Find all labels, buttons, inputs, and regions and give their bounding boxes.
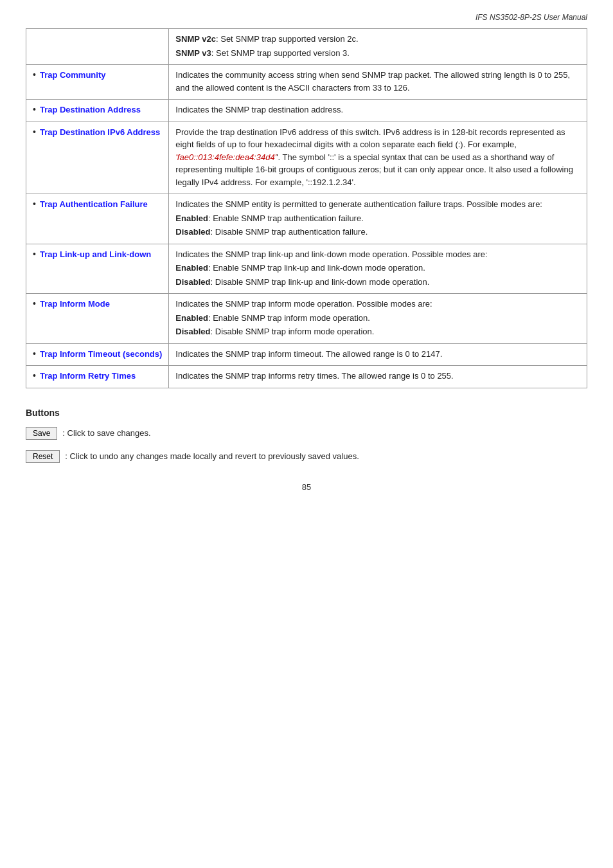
desc-cell: Indicates the SNMP trap inform mode oper…: [169, 294, 587, 344]
italic-example: 'fae0::013:4fefe:dea4:34d4': [175, 152, 276, 162]
term-label: Trap Authentication Failure: [40, 198, 148, 211]
desc-cell: Indicates the SNMP trap link-up and link…: [169, 244, 587, 294]
bold-term: Enabled: [175, 263, 208, 273]
header-title: IFS NS3502-8P-2S User Manual: [475, 13, 587, 22]
desc-line: SNMP v2c: Set SNMP trap supported versio…: [175, 33, 580, 46]
desc-cell: Indicates the community access string wh…: [169, 65, 587, 100]
term-cell: Trap Inform Mode: [26, 294, 169, 344]
save-row: Save : Click to save changes.: [26, 427, 587, 440]
bold-term: Disabled: [175, 327, 210, 336]
table-row: Trap CommunityIndicates the community ac…: [26, 65, 587, 100]
page-number: 85: [26, 482, 587, 492]
term-label: Trap Inform Timeout (seconds): [40, 348, 162, 361]
term-label: Trap Destination IPv6 Address: [40, 126, 160, 139]
term-cell: Trap Authentication Failure: [26, 194, 169, 244]
desc-cell: Provide the trap destination IPv6 addres…: [169, 122, 587, 194]
term-label: Trap Community: [40, 69, 106, 82]
desc-line: Indicates the SNMP trap link-up and link…: [175, 248, 580, 261]
bold-term: Disabled: [175, 277, 210, 287]
desc-line: Indicates the community access string wh…: [175, 69, 580, 94]
term-label: Trap Inform Mode: [40, 298, 110, 311]
desc-line: Enabled: Enable SNMP trap authentication…: [175, 212, 580, 225]
table-row: SNMP v2c: Set SNMP trap supported versio…: [26, 29, 587, 65]
table-row: Trap Link-up and Link-downIndicates the …: [26, 244, 587, 294]
desc-line: Enabled: Enable SNMP trap inform mode op…: [175, 312, 580, 325]
desc-line: Enabled: Enable SNMP trap link-up and li…: [175, 262, 580, 275]
reset-description: : Click to undo any changes made locally…: [65, 451, 359, 461]
term-cell: Trap Inform Retry Times: [26, 366, 169, 388]
table-row: Trap Inform Timeout (seconds)Indicates t…: [26, 343, 587, 366]
table-row: Trap Inform Retry TimesIndicates the SNM…: [26, 366, 587, 388]
desc-line: Disabled: Disable SNMP trap authenticati…: [175, 226, 580, 239]
term-label: Trap Destination Address: [40, 104, 141, 116]
desc-line: Disabled: Disable SNMP trap inform mode …: [175, 325, 580, 338]
reset-button[interactable]: Reset: [26, 450, 60, 463]
term-cell: [26, 29, 169, 65]
bold-term: Enabled: [175, 213, 208, 223]
table-row: Trap Destination AddressIndicates the SN…: [26, 100, 587, 122]
bold-term: Disabled: [175, 227, 210, 237]
desc-cell: Indicates the SNMP entity is permitted t…: [169, 194, 587, 244]
term-cell: Trap Link-up and Link-down: [26, 244, 169, 294]
desc-line: Indicates the SNMP trap inform mode oper…: [175, 298, 580, 311]
bold-term: SNMP v2c: [175, 34, 216, 44]
bold-term: Enabled: [175, 313, 208, 323]
desc-cell: Indicates the SNMP trap inform timeout. …: [169, 343, 587, 366]
term-cell: Trap Inform Timeout (seconds): [26, 343, 169, 366]
desc-line: Indicates the SNMP entity is permitted t…: [175, 198, 580, 211]
table-row: Trap Authentication FailureIndicates the…: [26, 194, 587, 244]
save-description: : Click to save changes.: [62, 428, 150, 438]
desc-cell: SNMP v2c: Set SNMP trap supported versio…: [169, 29, 587, 65]
desc-line: Indicates the SNMP trap inform timeout. …: [175, 348, 580, 361]
term-cell: Trap Destination Address: [26, 100, 169, 122]
desc-cell: Indicates the SNMP trap informs retry ti…: [169, 366, 587, 388]
table-row: Trap Destination IPv6 AddressProvide the…: [26, 122, 587, 194]
buttons-section: Buttons Save : Click to save changes. Re…: [26, 408, 587, 463]
desc-line: Indicates the SNMP trap informs retry ti…: [175, 370, 580, 383]
desc-line: SNMP v3: Set SNMP trap supported version…: [175, 47, 580, 60]
page-header: IFS NS3502-8P-2S User Manual: [26, 13, 587, 22]
desc-line: Disabled: Disable SNMP trap link-up and …: [175, 276, 580, 289]
desc-cell: Indicates the SNMP trap destination addr…: [169, 100, 587, 122]
buttons-title: Buttons: [26, 408, 587, 418]
term-label: Trap Link-up and Link-down: [40, 248, 151, 261]
term-cell: Trap Community: [26, 65, 169, 100]
save-button[interactable]: Save: [26, 427, 57, 440]
term-cell: Trap Destination IPv6 Address: [26, 122, 169, 194]
main-table: SNMP v2c: Set SNMP trap supported versio…: [26, 28, 587, 388]
desc-line: Indicates the SNMP trap destination addr…: [175, 104, 580, 116]
bold-term: SNMP v3: [175, 48, 211, 58]
desc-line: Provide the trap destination IPv6 addres…: [175, 126, 580, 189]
reset-row: Reset : Click to undo any changes made l…: [26, 450, 587, 463]
term-label: Trap Inform Retry Times: [40, 370, 136, 383]
table-row: Trap Inform ModeIndicates the SNMP trap …: [26, 294, 587, 344]
